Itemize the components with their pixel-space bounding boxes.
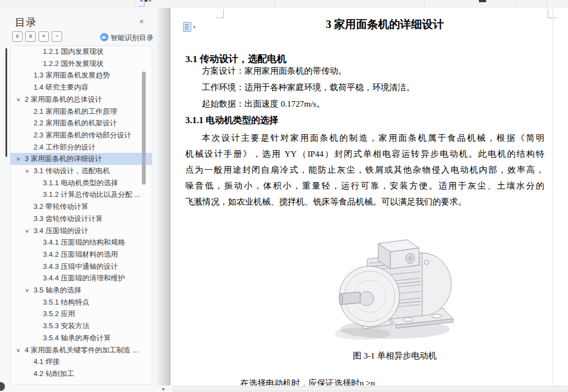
toc-item[interactable]: ∨ 3.5 轴承的选择 (10, 284, 152, 296)
dark-toolbar-icon (479, 0, 486, 2)
body-line: 飞溅情况，如农业机械、搅拌机、铣床等食品机械。可以满足我们的要求。 (185, 196, 544, 208)
margin-crop-mark (223, 9, 224, 18)
zoom-in-button[interactable]: + (38, 31, 49, 42)
chevron-down-icon[interactable]: ∨ (16, 153, 21, 165)
toc-item[interactable]: 3.5.1 结构特点 (10, 296, 152, 308)
toc-item-label: 3.5.4 轴承的寿命计算 (43, 334, 111, 342)
toc-scrollbar-thumb[interactable] (142, 71, 146, 185)
toc-item[interactable]: 3.5.3 安装方法 (10, 320, 152, 332)
toc-item-label: 1.3 家用面条机发展趋势 (34, 71, 110, 79)
chevron-down-icon[interactable]: ∨ (25, 284, 30, 296)
figure-caption-text: 图 3-1 单相异步电动机 (353, 351, 437, 360)
toc-item[interactable]: ∨ 4 家用面条机关键零件的加工制造 ... (10, 344, 152, 356)
toc-item-label: 1.2.2 国外发展现状 (43, 59, 104, 68)
toc-item-label: 1.4 研究主要内容 (34, 83, 89, 91)
chevron-down-icon[interactable]: ∨ (16, 344, 21, 356)
toolbar-divider (516, 0, 517, 7)
toc-item-label: 3.4.1 压面辊的结构和规格 (43, 238, 125, 246)
toolbar-divider (274, 0, 275, 7)
toc-item-label: 3.5 轴承的选择 (34, 286, 81, 294)
toolbar-divider (547, 0, 547, 7)
toc-item[interactable]: 3.2 带轮传动计算 (10, 201, 152, 213)
chapter-title: 3 家用面条机的详细设计 (170, 17, 568, 32)
toc-item-label: 3.2 带轮传动计算 (34, 202, 89, 211)
toc-item-label: 3.5.1 结构特点 (43, 298, 90, 306)
toc-item-label: 1.2.1 国内发展现状 (43, 47, 104, 56)
chevron-down-icon[interactable]: ∨ (25, 225, 30, 237)
dark-pixel-icon (145, 0, 147, 2)
toc-item-label: 4 家用面条机关键零件的加工制造 ... (25, 346, 139, 354)
margin-crop-mark (548, 9, 548, 18)
bottom-bar: ◂ (0, 385, 568, 392)
corner-mark (139, 2, 145, 7)
toc-item-label: 2.2 家用面条机的机架设计 (34, 119, 117, 127)
toc-item-label: 3 家用面条机的详细设计 (25, 154, 102, 163)
toc-item-label: 2.1 家用面条机的工作原理 (34, 107, 117, 115)
toc-item[interactable]: 4.1 焊接 (10, 356, 152, 368)
toc-item-label: 3.1 传动设计，选配电机 (34, 167, 110, 175)
toc-item[interactable]: 3.4.3 压辊中通轴的设计 (10, 261, 152, 273)
clipped-toolbar (0, 0, 568, 9)
toc-item[interactable]: 3.3 齿轮传动设计计算 (10, 213, 152, 225)
toc-item[interactable]: 3.4.1 压面辊的结构和规格 (10, 236, 152, 249)
toolbar-divider (135, 0, 135, 7)
toc-item-label: 4.2 钻削加工 (34, 369, 74, 378)
toc-item[interactable]: ∨ 3.4 压面辊的设计 (10, 225, 152, 237)
toc-item[interactable]: 2.1 家用面条机的工作原理 (10, 106, 152, 118)
document-page: ▾ 3 家用面条机的详细设计 3.1 传动设计，选配电机 方案设计：家用家用面条… (170, 8, 568, 385)
toc-item[interactable]: 1.2.2 国外发展现状 (10, 58, 152, 70)
toc-item[interactable]: 3.1.1 电动机类型的选择 (10, 177, 152, 189)
toolbar-divider (424, 0, 424, 7)
toc-item[interactable]: 1.2.1 国内发展现状 (10, 46, 152, 58)
sidebar-bottom-strip (0, 385, 170, 392)
sidebar-title: 目录 (15, 15, 37, 30)
toc-item[interactable]: 3.5.2 应用 (10, 308, 152, 320)
toc-item-label: 2.4 工作部分的设计 (34, 143, 96, 151)
clipped-body-line: 在选择电动机时，应保证选择时n ≥n (240, 378, 375, 385)
toc-panel: 1.2.1 国内发展现状 1.2.2 国外发展现状 1.3 家用面条机发展趋势 … (10, 46, 152, 385)
ai-recognize-icon[interactable] (100, 33, 108, 41)
toc-item-label: 3.1.1 电动机类型的选择 (43, 179, 118, 187)
toc-item[interactable]: 4.2 钻削加工 (10, 368, 152, 380)
zoom-out-button[interactable]: − (52, 31, 62, 42)
sidebar-page-divider[interactable] (156, 8, 170, 385)
body-line: 机械设计手册》，选用 YY（IP44）封闭式单相电容运转异步电动机。此电机的结构… (185, 148, 544, 160)
page-right-edge (553, 8, 553, 385)
toc-item-label: 3.1.2 计算总传动比以及分配 ... (43, 190, 140, 198)
toc-item[interactable]: 3.4.4 压面辊的清理和维护 (10, 272, 152, 284)
figure-caption: 图 3-1 单相异步电动机 (170, 350, 568, 362)
chevron-down-icon[interactable]: ∨ (25, 165, 30, 177)
gray-pixel-icon (148, 0, 151, 2)
expand-all-button[interactable]: ∨ (12, 31, 23, 42)
horizontal-scrollbar-track[interactable] (172, 386, 568, 391)
body-line: 噪音低，振动小，体积小，重量轻，运行可靠，安装方便。适用于灰尘、土壤水分的 (185, 180, 544, 192)
toc-item-label: 3.4.4 压面辊的清理和维护 (43, 274, 125, 282)
collapse-all-button[interactable]: ∧ (25, 31, 36, 42)
toc-item[interactable]: 2.2 家用面条机的机架设计 (10, 117, 152, 129)
scroll-position-indicator (5, 48, 7, 157)
intro-line: 工作环境：适用于各种家庭环境，载荷平稳，环境清洁。 (202, 82, 415, 93)
toc-item[interactable]: 3.4.2 压面辊材料的选用 (10, 249, 152, 261)
toc-item-label: 3.4.2 压面辊材料的选用 (43, 250, 118, 258)
chevron-down-icon[interactable]: ∨ (16, 93, 21, 106)
toc-sidebar: 目录 × ∨ ∧ + − 智能识别目录 1.2.1 国内发展现状 1.2.2 国… (0, 8, 170, 385)
toc-item[interactable]: 2.4 工作部分的设计 (10, 141, 152, 153)
close-icon[interactable]: × (139, 17, 144, 26)
toc-item[interactable]: 1.3 家用面条机发展趋势 (10, 69, 152, 81)
toc-item[interactable]: ∨ 2 家用面条机的总体设计 (10, 93, 152, 106)
toc-item-label: 3.3 齿轮传动设计计算 (34, 214, 103, 223)
toc-item[interactable]: 3.1.2 计算总传动比以及分配 ... (10, 189, 152, 201)
toc-item-label: 3.5.3 安装方法 (43, 322, 90, 330)
toc-item[interactable]: 1.4 研究主要内容 (10, 81, 152, 93)
toc-item-label: 3.4.3 压辊中通轴的设计 (43, 262, 118, 270)
hscroll-left-arrow-icon[interactable]: ◂ (162, 385, 164, 392)
toc-item-label: 2.3 家用面条机的传动部分设计 (34, 131, 131, 139)
toc-item[interactable]: ∨ 3.1 传动设计，选配电机 (10, 165, 152, 177)
toc-item[interactable]: 3.5.4 轴承的寿命计算 (10, 332, 152, 344)
ai-recognize-label[interactable]: 智能识别目录 (111, 33, 153, 43)
toc-item[interactable]: ∨ 3 家用面条机的详细设计 (10, 153, 152, 165)
toc-item-label: 3.4 压面辊的设计 (34, 227, 89, 235)
section-heading: 3.1 传动设计，选配电机 (185, 52, 286, 65)
toc-item[interactable]: 2.3 家用面条机的传动部分设计 (10, 129, 152, 141)
toc-item-label: 4.1 焊接 (34, 357, 60, 366)
